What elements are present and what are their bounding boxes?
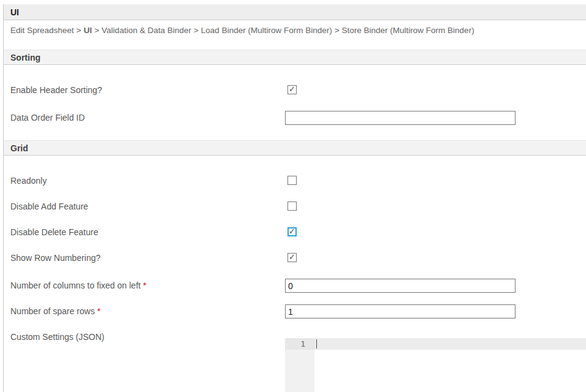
form-row-enable-header-sorting: Enable Header Sorting? [10, 85, 586, 97]
breadcrumb-separator: > [191, 26, 201, 35]
breadcrumb-item-ui[interactable]: UI [83, 26, 92, 35]
editor-gutter: 1 [285, 338, 314, 392]
editor-line-number: 1 [285, 338, 314, 350]
editor-text-cursor [316, 339, 317, 349]
form-row-spare-rows: Number of spare rows * [10, 304, 586, 319]
enable-header-sorting-checkbox[interactable] [287, 85, 297, 94]
grid-section-body: Readonly Disable Add Feature Disable Del… [4, 156, 586, 392]
required-asterisk: * [97, 306, 101, 316]
breadcrumb-separator: > [92, 26, 102, 35]
form-row-custom-settings: Custom Settings (JSON) 1 [10, 330, 586, 392]
breadcrumb: Edit Spreadsheet>UI>Validation & Data Bi… [10, 26, 586, 35]
field-label-fixed-columns-left: Number of columns to fixed on left [10, 281, 140, 290]
readonly-checkbox[interactable] [287, 176, 297, 185]
disable-delete-feature-checkbox[interactable] [287, 227, 297, 236]
field-label-custom-settings: Custom Settings (JSON) [10, 330, 285, 342]
page-title-bar: UI [4, 4, 586, 20]
breadcrumb-item-validation-data-binder[interactable]: Validation & Data Binder [102, 26, 191, 35]
disable-add-feature-checkbox[interactable] [287, 202, 297, 211]
field-label-show-row-numbering: Show Row Numbering? [10, 253, 285, 263]
breadcrumb-separator: > [74, 26, 84, 35]
breadcrumb-item-load-binder[interactable]: Load Binder (Multirow Form Binder) [201, 26, 332, 35]
form-row-disable-delete-feature: Disable Delete Feature [10, 227, 586, 239]
form-row-disable-add-feature: Disable Add Feature [10, 202, 586, 213]
section-title: Grid [10, 143, 28, 153]
spare-rows-input[interactable] [285, 304, 516, 318]
form-row-data-order-field-id: Data Order Field ID [10, 111, 586, 126]
show-row-numbering-checkbox[interactable] [287, 253, 297, 262]
field-label-disable-delete-feature: Disable Delete Feature [10, 227, 285, 238]
properties-panel: UI Edit Spreadsheet>UI>Validation & Data… [3, 4, 586, 392]
field-label-data-order-field-id: Data Order Field ID [10, 111, 285, 123]
field-label-readonly: Readonly [10, 176, 285, 186]
fixed-columns-left-input[interactable] [285, 279, 516, 293]
section-header-grid: Grid [4, 140, 586, 156]
breadcrumb-item-store-binder[interactable]: Store Binder (Multirow Form Binder) [342, 26, 474, 35]
form-row-show-row-numbering: Show Row Numbering? [10, 253, 586, 265]
field-label-disable-add-feature: Disable Add Feature [10, 202, 285, 212]
breadcrumb-separator: > [332, 26, 342, 35]
breadcrumb-item-edit-spreadsheet[interactable]: Edit Spreadsheet [10, 26, 74, 35]
section-header-sorting: Sorting [4, 50, 586, 65]
form-row-readonly: Readonly [10, 176, 586, 187]
custom-settings-json-editor[interactable]: 1 [285, 338, 586, 392]
field-label-spare-rows: Number of spare rows [10, 306, 95, 316]
editor-content[interactable] [314, 338, 586, 392]
field-label-enable-header-sorting: Enable Header Sorting? [10, 85, 285, 96]
form-row-fixed-columns-left: Number of columns to fixed on left * [10, 279, 586, 293]
sorting-section-body: Enable Header Sorting? Data Order Field … [4, 65, 586, 126]
required-asterisk: * [143, 281, 146, 290]
section-title: Sorting [10, 53, 40, 62]
page-title: UI [10, 7, 19, 17]
editor-active-line [314, 338, 586, 350]
data-order-field-id-input[interactable] [285, 111, 516, 125]
